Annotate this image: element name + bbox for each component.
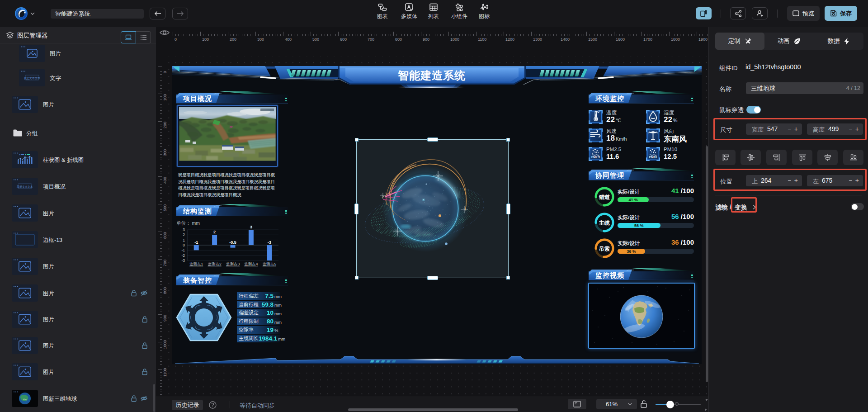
canvas-vertical-scrollbar[interactable]: [706, 146, 708, 382]
ruler-tick: [459, 34, 460, 36]
top-plus-button[interactable]: +: [794, 177, 798, 184]
eye-off-icon[interactable]: [140, 289, 148, 297]
ruler-tick: [160, 154, 162, 155]
ruler-tick: [633, 34, 634, 36]
zoom-select[interactable]: 61%: [596, 399, 637, 409]
layer-item-分组[interactable]: 分组: [0, 120, 156, 146]
top-stepper[interactable]: 上264 − +: [746, 175, 802, 186]
minimap-button[interactable]: [568, 399, 586, 409]
resize-handle-sw[interactable]: [355, 276, 359, 279]
align-center-h-button[interactable]: [741, 150, 761, 165]
selection-box[interactable]: [356, 139, 509, 278]
tab-data[interactable]: 数据: [814, 33, 863, 50]
resize-handle-nw[interactable]: [355, 138, 359, 142]
lock-icon[interactable]: [142, 342, 148, 349]
layer-item-图片[interactable]: 图片: [0, 359, 156, 385]
left-stepper[interactable]: 左675 − +: [807, 175, 863, 186]
add-user-button[interactable]: [752, 7, 768, 19]
layer-item-图片[interactable]: 图片: [0, 332, 156, 359]
ruler-tick: [160, 221, 162, 221]
left-plus-button[interactable]: +: [855, 177, 859, 184]
screen-view-toggle[interactable]: [121, 31, 136, 43]
height-minus-button[interactable]: −: [849, 126, 852, 133]
align-bottom-button[interactable]: [843, 150, 863, 165]
editor-canvas[interactable]: 智能建造系统项目概况结构监测装备智控环境监控协同管理监控视频我是项目概况我是项目…: [156, 27, 708, 412]
toolbar-item-5[interactable]: 图标: [472, 3, 497, 24]
filter-toggle[interactable]: [851, 203, 864, 210]
height-plus-button[interactable]: +: [855, 125, 859, 133]
pm25-icon: PM2.5: [589, 147, 603, 161]
top-minus-button[interactable]: −: [788, 177, 791, 184]
tab-animation[interactable]: 动画: [764, 33, 814, 50]
history-button[interactable]: 历史记录: [172, 400, 203, 410]
share-button[interactable]: [730, 7, 746, 19]
resize-handle-n[interactable]: [427, 137, 438, 142]
panels-toggle-button[interactable]: [696, 7, 712, 19]
help-icon[interactable]: [209, 401, 217, 409]
preview-button[interactable]: 预览: [787, 6, 820, 21]
layer-item-图片[interactable]: 图片: [0, 91, 156, 118]
left-minus-button[interactable]: −: [849, 177, 852, 184]
layer-item-文字[interactable]: 我是文本文本文字: [0, 65, 156, 91]
width-minus-button[interactable]: −: [788, 126, 791, 133]
ruler-tick: [160, 279, 162, 279]
layer-item-图片[interactable]: 图片: [0, 40, 156, 66]
ruler-tick: [160, 276, 162, 276]
lock-icon[interactable]: [142, 368, 148, 375]
save-button[interactable]: 保存: [825, 6, 857, 21]
unlock-icon[interactable]: [640, 400, 647, 408]
toolbar-item-1[interactable]: 图表: [370, 3, 395, 24]
redo-button[interactable]: [172, 8, 188, 19]
toolbar-item-4[interactable]: 小组件: [447, 3, 472, 24]
scroll-right-arrow-icon[interactable]: [704, 408, 708, 412]
resize-handle-se[interactable]: [506, 276, 510, 279]
resize-handle-e[interactable]: [506, 204, 510, 214]
resize-handle-s[interactable]: [427, 276, 438, 280]
align-top-button[interactable]: [792, 150, 812, 165]
lock-icon[interactable]: [131, 395, 137, 402]
lock-icon[interactable]: [131, 289, 137, 297]
eye-off-icon[interactable]: [140, 395, 148, 402]
ruler-label: 0: [175, 37, 177, 42]
align-middle-v-button[interactable]: [817, 150, 838, 165]
layer-thumbnail: 我是文本文本: [19, 69, 45, 86]
toolbar-item-3[interactable]: 列表: [421, 3, 446, 24]
layer-item-柱状图 & 折线图[interactable]: 柱状图 & 折线图: [0, 147, 156, 173]
undo-button[interactable]: [150, 8, 165, 19]
eye-icon[interactable]: [159, 28, 170, 37]
layer-item-项目概况[interactable]: 我是文本文本项目概况: [0, 173, 156, 199]
name-input[interactable]: 三维地球 4 / 12: [746, 82, 863, 94]
layer-item-边框-13[interactable]: 边框-13: [0, 227, 156, 253]
ruler-tick: [160, 320, 162, 320]
zoom-slider-knob[interactable]: [666, 401, 674, 408]
layer-item-图片[interactable]: 图片: [0, 306, 156, 332]
layer-item-图片[interactable]: 图片: [0, 280, 156, 306]
width-stepper[interactable]: 宽度547 − +: [746, 123, 802, 135]
app-logo-icon[interactable]: [14, 7, 28, 20]
scroll-down-arrow-icon[interactable]: [705, 398, 708, 402]
align-right-button[interactable]: [766, 150, 787, 165]
image-thumb-icon: [19, 45, 45, 62]
ruler-tick: [697, 32, 697, 36]
layer-item-图新三维地球[interactable]: 图新三维地球: [0, 385, 156, 412]
layer-item-图片[interactable]: 图片: [0, 253, 156, 279]
canvas-horizontal-scrollbar[interactable]: [348, 408, 518, 411]
layer-item-图片[interactable]: 图片: [0, 200, 156, 226]
transform-link[interactable]: 变换: [735, 204, 747, 212]
tab-customize[interactable]: 定制: [715, 33, 764, 50]
width-plus-button[interactable]: +: [794, 125, 798, 133]
screen-title-input[interactable]: [51, 9, 144, 19]
ruler-label: 1100: [163, 368, 167, 377]
logo-dropdown-caret-icon[interactable]: [30, 12, 35, 15]
resize-handle-w[interactable]: [354, 204, 359, 214]
height-stepper[interactable]: 高度499 − +: [807, 123, 863, 135]
resize-handle-ne[interactable]: [506, 138, 510, 142]
toolbar-item-2[interactable]: 多媒体: [396, 3, 422, 24]
lock-icon[interactable]: [142, 316, 148, 323]
sidebar-scrollbar[interactable]: [153, 384, 155, 412]
align-center-h-icon: [747, 153, 755, 161]
ruler-tick: [650, 34, 650, 36]
mouse-through-toggle[interactable]: [746, 106, 761, 114]
align-left-button[interactable]: [715, 150, 736, 165]
zoom-slider[interactable]: [656, 404, 701, 405]
